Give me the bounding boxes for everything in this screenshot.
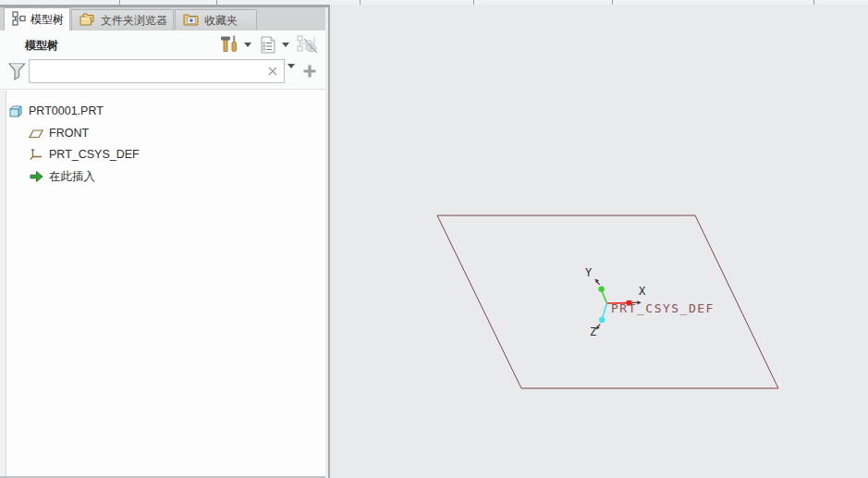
axis-z-label: Z [590,326,596,337]
part-icon [8,104,23,118]
tree-tools-button[interactable] [219,34,240,55]
csys-name-label: PRT_CSYS_DEF [611,302,715,314]
tree-gutter [0,91,6,476]
tab-label: 模型树 [31,12,64,28]
settings-list-icon [261,36,275,54]
model-tree-icon [12,11,26,29]
folder-browser-icon [79,12,96,30]
chevron-down-icon [244,43,251,47]
tree-row-part[interactable]: PRT0001.PRT [8,103,104,119]
panel-title: 模型树 [25,38,58,54]
tree-settings-dropdown[interactable] [279,34,291,55]
navigator-tab-bar: 模型树 文件夹浏览器 收藏夹 [0,7,325,31]
axis-y-label: Y [585,267,592,278]
scene-svg[interactable] [330,5,868,478]
tree-settings-button[interactable] [258,34,277,55]
favorites-folder-icon [183,12,200,30]
navigator-panel: 模型树 文件夹浏览器 收藏夹 模型树 [0,7,330,478]
tree-filter-row [0,57,325,90]
chevron-down-icon [287,64,295,84]
filter-clear-button[interactable] [266,65,279,78]
graphics-area[interactable]: X Y Z PRT_CSYS_DEF [330,5,868,478]
tools-icon [220,35,239,55]
tab-model-tree[interactable]: 模型树 [4,7,70,31]
funnel-icon [8,62,26,81]
axis-x-label: X [639,286,645,297]
datum-plane-icon [29,126,43,141]
tree-row-insert-here[interactable]: 在此插入 [29,168,95,185]
chevron-down-icon [282,43,289,47]
tree-item-label: 在此插入 [49,169,95,185]
filter-dropdown[interactable] [287,68,295,85]
csys-icon [29,147,43,162]
tab-label: 收藏夹 [204,13,238,29]
model-tree: PRT0001.PRT FRONT PRT_CSYS_DEF [0,91,325,476]
tree-filter-input[interactable] [29,59,285,83]
tree-row-csys[interactable]: PRT_CSYS_DEF [29,146,140,163]
tree-item-label: FRONT [49,127,89,140]
tab-label: 文件夹浏览器 [101,13,167,29]
tree-tools-dropdown[interactable] [241,34,253,55]
model-tree-header: 模型树 [0,31,325,57]
close-icon [268,67,277,76]
hide-tree-items-button-disabled[interactable] [296,34,319,55]
plus-icon [302,64,317,79]
add-filter-button[interactable] [302,64,317,79]
tree-hide-icon [297,35,319,54]
tree-row-front-plane[interactable]: FRONT [29,125,89,141]
tab-folder-browser[interactable]: 文件夹浏览器 [71,9,174,31]
tab-favorites[interactable]: 收藏夹 [175,9,257,31]
datum-plane-front[interactable] [437,215,778,388]
tree-item-label: PRT_CSYS_DEF [49,148,140,161]
tree-item-label: PRT0001.PRT [29,104,104,117]
insert-here-icon [29,169,43,184]
filter-funnel-button[interactable] [8,62,26,85]
